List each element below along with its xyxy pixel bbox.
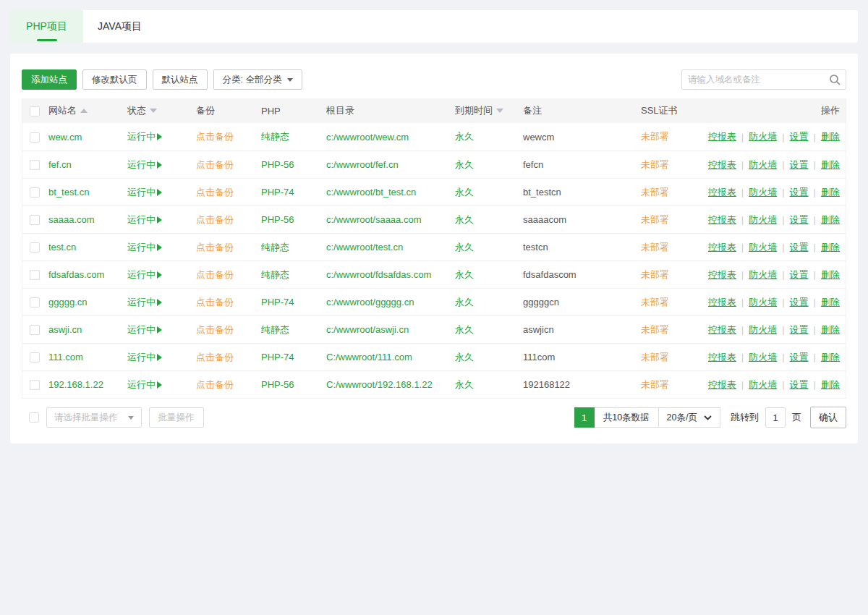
ssl-status-link[interactable]: 未部署 <box>641 242 669 253</box>
root-dir-link[interactable]: c:/wwwroot/aswji.cn <box>326 324 409 335</box>
ssl-status-link[interactable]: 未部署 <box>641 379 669 390</box>
ssl-status-link[interactable]: 未部署 <box>641 269 669 280</box>
row-action-firewall[interactable]: 防火墙 <box>749 323 777 336</box>
site-name-link[interactable]: bt_test.cn <box>48 187 89 198</box>
row-checkbox[interactable] <box>30 215 40 225</box>
row-action-settings[interactable]: 设置 <box>790 241 809 254</box>
site-status-toggle[interactable]: 运行中 <box>127 213 162 226</box>
modify-default-page-button[interactable]: 修改默认页 <box>82 69 147 90</box>
backup-link[interactable]: 点击备份 <box>196 242 234 253</box>
row-action-delete[interactable]: 删除 <box>821 323 840 336</box>
row-action-monitor-report[interactable]: 监控报表 <box>708 296 736 309</box>
root-dir-link[interactable]: c:/wwwroot/test.cn <box>326 242 403 253</box>
column-status[interactable]: 状态 <box>127 104 196 117</box>
row-action-settings[interactable]: 设置 <box>790 323 809 336</box>
batch-select-all-checkbox[interactable] <box>29 412 39 423</box>
php-version-link[interactable]: PHP-56 <box>261 159 294 170</box>
root-dir-link[interactable]: C:/wwwroot/192.168.1.22 <box>326 379 433 390</box>
site-name-link[interactable]: wew.cm <box>48 132 82 143</box>
search-icon[interactable] <box>824 70 846 89</box>
row-checkbox[interactable] <box>30 270 40 280</box>
site-name-link[interactable]: test.cn <box>48 242 76 253</box>
row-action-monitor-report[interactable]: 监控报表 <box>708 351 736 364</box>
row-action-monitor-report[interactable]: 监控报表 <box>708 130 736 143</box>
row-action-monitor-report[interactable]: 监控报表 <box>708 323 736 336</box>
php-version-link[interactable]: PHP-74 <box>261 187 294 198</box>
row-checkbox[interactable] <box>30 242 40 253</box>
backup-link[interactable]: 点击备份 <box>196 131 234 142</box>
ssl-status-link[interactable]: 未部署 <box>641 352 669 362</box>
backup-link[interactable]: 点击备份 <box>196 297 234 308</box>
php-version-link[interactable]: 纯静态 <box>261 131 289 142</box>
row-action-firewall[interactable]: 防火墙 <box>749 241 777 254</box>
row-checkbox[interactable] <box>30 380 40 390</box>
backup-link[interactable]: 点击备份 <box>196 214 234 225</box>
ssl-status-link[interactable]: 未部署 <box>641 214 669 225</box>
row-checkbox[interactable] <box>30 132 40 143</box>
row-action-delete[interactable]: 删除 <box>821 130 840 143</box>
root-dir-link[interactable]: c:/wwwroot/bt_test.cn <box>326 187 416 198</box>
site-name-link[interactable]: fdsafdas.com <box>48 269 104 280</box>
ssl-status-link[interactable]: 未部署 <box>641 131 669 142</box>
search-input[interactable] <box>682 70 824 89</box>
jump-page-input[interactable] <box>765 407 786 428</box>
row-action-settings[interactable]: 设置 <box>790 186 809 199</box>
row-action-monitor-report[interactable]: 监控报表 <box>708 268 736 281</box>
php-version-link[interactable]: PHP-56 <box>261 214 294 225</box>
row-action-delete[interactable]: 删除 <box>821 378 840 391</box>
backup-link[interactable]: 点击备份 <box>196 187 234 198</box>
backup-link[interactable]: 点击备份 <box>196 324 234 335</box>
row-action-delete[interactable]: 删除 <box>821 268 840 281</box>
row-checkbox[interactable] <box>30 160 40 170</box>
site-name-link[interactable]: saaaa.com <box>48 214 95 225</box>
column-site-name[interactable]: 网站名 <box>48 104 127 117</box>
ssl-status-link[interactable]: 未部署 <box>641 324 669 335</box>
row-action-firewall[interactable]: 防火墙 <box>749 378 777 391</box>
row-action-monitor-report[interactable]: 监控报表 <box>708 186 736 199</box>
row-action-delete[interactable]: 删除 <box>821 186 840 199</box>
site-status-toggle[interactable]: 运行中 <box>127 268 162 281</box>
php-version-link[interactable]: 纯静态 <box>261 269 289 280</box>
backup-link[interactable]: 点击备份 <box>196 379 234 390</box>
row-action-firewall[interactable]: 防火墙 <box>749 213 777 226</box>
row-action-monitor-report[interactable]: 监控报表 <box>708 213 736 226</box>
row-action-settings[interactable]: 设置 <box>790 378 809 391</box>
row-action-delete[interactable]: 删除 <box>821 241 840 254</box>
site-name-link[interactable]: aswji.cn <box>48 324 82 335</box>
root-dir-link[interactable]: C:/wwwroot/111.com <box>326 352 412 362</box>
row-action-firewall[interactable]: 防火墙 <box>749 186 777 199</box>
site-status-toggle[interactable]: 运行中 <box>127 241 162 254</box>
row-checkbox[interactable] <box>30 297 40 308</box>
row-action-delete[interactable]: 删除 <box>821 158 840 171</box>
site-status-toggle[interactable]: 运行中 <box>127 186 162 199</box>
row-action-delete[interactable]: 删除 <box>821 296 840 309</box>
row-action-firewall[interactable]: 防火墙 <box>749 296 777 309</box>
batch-action-dropdown[interactable]: 请选择批量操作 <box>46 407 142 428</box>
row-action-settings[interactable]: 设置 <box>790 296 809 309</box>
add-site-button[interactable]: 添加站点 <box>22 69 77 90</box>
row-action-firewall[interactable]: 防火墙 <box>749 130 777 143</box>
php-version-link[interactable]: PHP-74 <box>261 297 294 308</box>
select-all-checkbox[interactable] <box>30 106 40 116</box>
row-action-monitor-report[interactable]: 监控报表 <box>708 378 736 391</box>
site-status-toggle[interactable]: 运行中 <box>127 323 162 336</box>
root-dir-link[interactable]: c:/wwwroot/fef.cn <box>326 159 399 170</box>
row-action-settings[interactable]: 设置 <box>790 351 809 364</box>
site-status-toggle[interactable]: 运行中 <box>127 351 162 364</box>
row-action-settings[interactable]: 设置 <box>790 130 809 143</box>
site-status-toggle[interactable]: 运行中 <box>127 378 162 391</box>
php-version-link[interactable]: 纯静态 <box>261 324 289 335</box>
php-version-link[interactable]: 纯静态 <box>261 242 289 253</box>
root-dir-link[interactable]: c:/wwwroot/fdsafdas.com <box>326 269 431 280</box>
column-expire-time[interactable]: 到期时间 <box>455 104 523 117</box>
confirm-button[interactable]: 确认 <box>810 407 846 428</box>
tab-php-project[interactable]: PHP项目 <box>10 10 83 43</box>
site-name-link[interactable]: fef.cn <box>48 159 72 170</box>
root-dir-link[interactable]: c:/wwwroot/saaaa.com <box>326 214 422 225</box>
php-version-link[interactable]: PHP-74 <box>261 352 294 362</box>
row-action-monitor-report[interactable]: 监控报表 <box>708 241 736 254</box>
backup-link[interactable]: 点击备份 <box>196 352 234 362</box>
row-action-delete[interactable]: 删除 <box>821 351 840 364</box>
site-status-toggle[interactable]: 运行中 <box>127 296 162 309</box>
site-status-toggle[interactable]: 运行中 <box>127 130 162 143</box>
